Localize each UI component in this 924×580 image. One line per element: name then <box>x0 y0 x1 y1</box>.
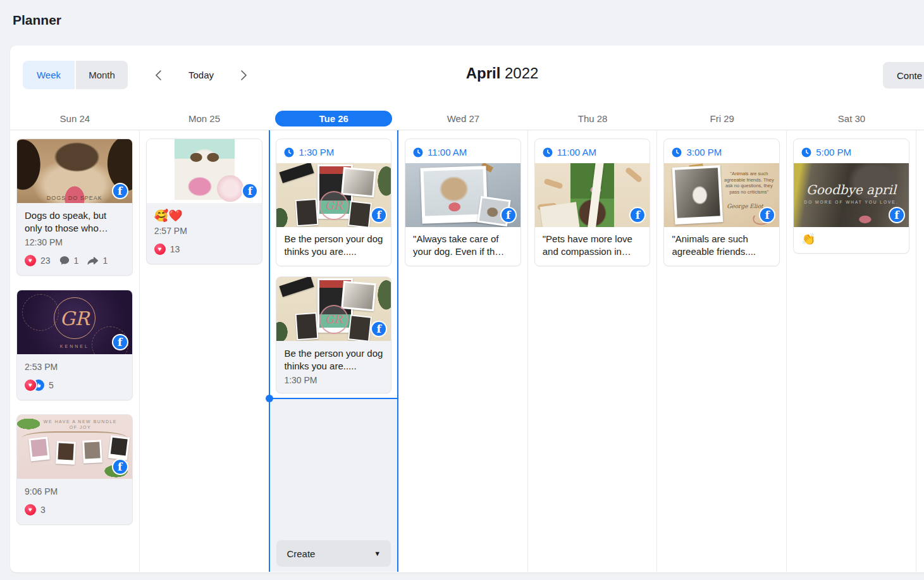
comment-count: 1 <box>74 256 79 266</box>
calendar-body: DOGS DO SPEAK f Dogs do speak, but only … <box>10 130 924 572</box>
scheduled-time-row: 1:30 PM <box>276 139 391 163</box>
day-header-fri: Fri 29 <box>657 113 787 124</box>
day-header-row: Sun 24 Mon 25 Tue 26 Wed 27 Thu 28 Fri 2… <box>10 108 924 130</box>
scheduled-post-card[interactable]: 3:00 PM "Animals are such agreeable frie… <box>663 139 780 266</box>
month-view-button[interactable]: Month <box>76 61 128 89</box>
comment-bubble-icon <box>59 256 70 266</box>
post-caption: 👏 <box>794 227 909 253</box>
post-caption: "Pets have more love and compassion in… <box>535 227 650 266</box>
polaroid-photo <box>348 201 372 227</box>
image-decor <box>625 166 643 183</box>
chevron-right-icon <box>240 70 248 81</box>
today-remaining-area: Create ▼ <box>270 399 397 572</box>
polaroid-photo <box>295 312 319 340</box>
scheduled-time: 1:30 PM <box>299 147 334 157</box>
love-reaction-icon <box>25 379 36 391</box>
polaroid-photo <box>672 165 724 225</box>
day-column-thu: 11:00 AM f "Pets have more love and comp… <box>528 130 658 572</box>
post-card[interactable]: GR KENNEL f 2:53 PM 5 <box>16 290 133 400</box>
polaroid-photo <box>56 441 76 465</box>
image-decor <box>280 163 314 183</box>
post-image: DOGS DO SPEAK f <box>17 139 132 203</box>
scheduled-post-card[interactable]: 11:00 AM f "Pets have more love and comp… <box>534 139 651 266</box>
post-caption: "Animals are such agreeable friends.... <box>664 227 779 266</box>
image-decor <box>217 175 243 202</box>
image-decor <box>543 178 563 190</box>
day-header-mon: Mon 25 <box>140 113 269 124</box>
clock-icon <box>543 147 553 157</box>
create-button[interactable]: Create ▼ <box>276 540 391 567</box>
selected-day-pill[interactable]: Tue 26 <box>275 111 392 126</box>
image-overlay-subtext: DO MORE OF WHAT YOU LOVE. <box>794 200 909 204</box>
post-card[interactable]: WE HAVE A NEW BUNDLE OF JOY f 9:06 PM 3 <box>16 414 133 525</box>
page-title: Planner <box>13 13 61 28</box>
post-image: Goodbye april DO MORE OF WHAT YOU LOVE. … <box>794 163 909 227</box>
polaroid-photo <box>341 167 376 197</box>
facebook-icon: f <box>500 207 517 223</box>
share-arrow-icon <box>87 256 98 266</box>
reaction-count: 5 <box>49 380 54 390</box>
watermark-monogram: GR <box>319 305 348 334</box>
scheduled-post-card[interactable]: 11:00 AM f "Always take care of your dog… <box>405 139 521 266</box>
create-button-label: Create <box>286 548 315 559</box>
post-caption: Be the person your dog thinks you are...… <box>276 341 391 375</box>
facebook-icon: f <box>112 459 128 475</box>
post-card[interactable]: GR f Be the person your dog thinks you a… <box>276 276 391 393</box>
scheduled-post-card[interactable]: 5:00 PM Goodbye april DO MORE OF WHAT YO… <box>793 139 909 254</box>
planner-toolbar: Week Month Today April 2022 Conte <box>10 46 924 108</box>
polaroid-photo <box>82 440 102 464</box>
image-quote-text: "Animals are such agreeable friends. The… <box>723 171 776 195</box>
polaroid-photo <box>295 199 319 226</box>
period-label: April 2022 <box>466 65 539 82</box>
date-navigation: Today <box>149 61 253 89</box>
day-header-wed: Wed 27 <box>398 113 528 124</box>
love-reaction-icon <box>25 255 36 266</box>
post-image: f <box>405 163 521 227</box>
post-reactions: 3 <box>17 500 132 524</box>
day-header-sat: Sat 30 <box>787 113 916 124</box>
post-time: 9:06 PM <box>17 479 132 500</box>
today-button[interactable]: Today <box>188 70 214 80</box>
facebook-icon: f <box>629 207 646 223</box>
polaroid-photo <box>28 437 50 462</box>
post-image: "Animals are such agreeable friends. The… <box>664 163 779 227</box>
post-reactions: 5 <box>17 376 132 400</box>
week-view-button[interactable]: Week <box>23 61 75 89</box>
day-column-sat: 5:00 PM Goodbye april DO MORE OF WHAT YO… <box>787 130 916 572</box>
kennel-monogram: GR <box>54 297 95 339</box>
clock-icon <box>672 147 682 157</box>
image-decor <box>280 277 314 297</box>
facebook-icon: f <box>889 207 905 223</box>
content-button[interactable]: Conte <box>883 62 924 89</box>
previous-week-button[interactable] <box>149 66 167 84</box>
post-time: 2:57 PM <box>147 226 262 240</box>
image-decor <box>22 294 59 331</box>
day-header-tue: Tue 26 <box>269 111 398 126</box>
post-image: f <box>147 139 262 203</box>
caret-down-icon: ▼ <box>374 550 381 557</box>
next-week-button[interactable] <box>235 66 253 84</box>
image-overlay-text: WE HAVE A NEW BUNDLE OF JOY <box>40 419 120 430</box>
day-column-sun: DOGS DO SPEAK f Dogs do speak, but only … <box>10 130 140 572</box>
post-image: GR f <box>276 277 391 341</box>
facebook-icon: f <box>371 321 387 337</box>
scheduled-post-card[interactable]: 1:30 PM GR f Be the person your dog thin… <box>276 139 391 266</box>
period-year: 2022 <box>505 65 538 82</box>
love-count: 13 <box>170 244 180 254</box>
post-time: 2:53 PM <box>17 354 132 376</box>
scheduled-time: 11:00 AM <box>428 147 467 157</box>
post-caption: "Always take care of your dog. Even if t… <box>405 227 521 266</box>
facebook-icon: f <box>112 183 128 199</box>
share-count: 1 <box>102 256 108 266</box>
post-card[interactable]: DOGS DO SPEAK f Dogs do speak, but only … <box>16 139 133 276</box>
love-reaction-icon <box>25 504 36 515</box>
post-caption: 🥰❤️ <box>147 203 262 226</box>
day-header-thu: Thu 28 <box>528 113 658 124</box>
post-image: WE HAVE A NEW BUNDLE OF JOY f <box>17 415 132 479</box>
facebook-icon: f <box>759 207 775 223</box>
scheduled-time: 5:00 PM <box>816 147 851 157</box>
day-column-tue-selected: 1:30 PM GR f Be the person your dog thin… <box>269 130 398 572</box>
post-time: 1:30 PM <box>276 375 391 393</box>
clock-icon <box>413 147 423 157</box>
post-card[interactable]: f 🥰❤️ 2:57 PM 13 <box>146 139 263 264</box>
